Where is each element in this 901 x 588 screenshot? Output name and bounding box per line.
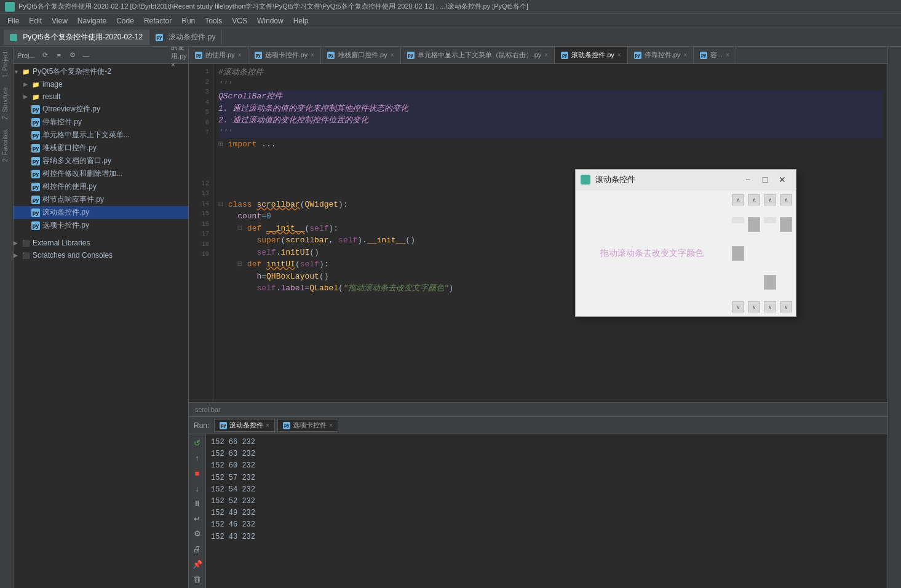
- scroll-up-1[interactable]: ∧: [732, 194, 744, 205]
- float-close-btn[interactable]: ✕: [774, 173, 791, 186]
- tab-usage-close[interactable]: ×: [238, 52, 242, 58]
- strip-favorites[interactable]: 2: Favorites: [0, 125, 13, 167]
- tree-item-dock[interactable]: py 停靠控件.py: [14, 116, 188, 129]
- toolbar-hide[interactable]: —: [81, 50, 92, 61]
- tree-item-qtreeview[interactable]: py Qtreeview控件.py: [14, 103, 188, 116]
- menu-edit[interactable]: Edit: [24, 15, 47, 26]
- toolbar-collapse[interactable]: ≡: [54, 50, 65, 61]
- tab-tabwidget[interactable]: py 选项卡控件.py ×: [248, 47, 322, 63]
- scroll-up-4[interactable]: ∧: [780, 194, 792, 205]
- menu-view[interactable]: View: [47, 15, 73, 26]
- tab-scrollbar-close[interactable]: ×: [617, 52, 621, 58]
- tree-item-tabwidget[interactable]: py 选项卡控件.py: [14, 219, 188, 232]
- scroll-thumb-3c[interactable]: [764, 275, 776, 290]
- run-pause-btn[interactable]: ⏸: [191, 497, 204, 510]
- tree-item-extlibs[interactable]: ▶ ⬛ External Libraries: [14, 237, 188, 249]
- stack-icon: py: [31, 143, 41, 153]
- strip-structure[interactable]: Z: Structure: [0, 82, 13, 124]
- run-tab-scrollbar-close[interactable]: ×: [266, 422, 269, 429]
- float-title: 滚动条控件: [595, 174, 739, 185]
- menu-run[interactable]: Run: [177, 15, 200, 26]
- tree-item-scratches[interactable]: ▶ ⬛ Scratches and Consoles: [14, 249, 188, 261]
- run-settings-btn[interactable]: ⚙: [191, 528, 204, 541]
- tab-cellmenu[interactable]: py 单元格中显示上下文菜单（鼠标右击）.py ×: [401, 47, 555, 63]
- tab-stackedwidget-close[interactable]: ×: [391, 52, 394, 58]
- tree-item-image[interactable]: ▶ 📁 image: [14, 78, 188, 90]
- tab-dock-close[interactable]: ×: [683, 52, 687, 58]
- menu-file[interactable]: File: [2, 15, 24, 26]
- scrollbar-label: 滚动条控件.py: [42, 207, 89, 218]
- run-tab-scrollbar[interactable]: py 滚动条控件 ×: [214, 419, 275, 432]
- scroll-down-1[interactable]: ∨: [732, 301, 744, 312]
- scroll-down-4[interactable]: ∨: [780, 301, 792, 312]
- run-wrap-btn[interactable]: ↵: [191, 512, 204, 525]
- tree-item-stack[interactable]: py 堆栈窗口控件.py: [14, 141, 188, 154]
- toolbar-sync[interactable]: ⟳: [40, 50, 51, 61]
- scroll-down-3[interactable]: ∨: [764, 301, 776, 312]
- line-numbers: 1 2 3 4 5 6 7 8 9 10 11 12 13 14 15 16 1: [189, 64, 213, 402]
- run-scroll-down-btn[interactable]: ↓: [191, 482, 204, 495]
- scroll-down-2[interactable]: ∨: [748, 301, 760, 312]
- menu-vcs[interactable]: VCS: [227, 15, 252, 26]
- run-trash-btn[interactable]: 🗑: [191, 573, 204, 586]
- scroll-thumb-4[interactable]: [780, 217, 792, 232]
- scroll-thumb-2[interactable]: [748, 217, 760, 232]
- run-rerun-btn[interactable]: ↺: [191, 437, 204, 450]
- scratches-label: Scratches and Consoles: [33, 251, 113, 260]
- run-tab-scrollbar-icon: py: [220, 422, 227, 429]
- tree-item-result[interactable]: ▶ 📁 result: [14, 90, 188, 103]
- run-tab-tabwidget[interactable]: py 选项卡控件 ×: [277, 419, 338, 432]
- run-print-btn[interactable]: 🖨: [191, 542, 204, 555]
- menu-window[interactable]: Window: [252, 15, 288, 26]
- code-line-6: ''': [218, 127, 883, 139]
- tree-item-mdi[interactable]: py 容纳多文档的窗口.py: [14, 154, 188, 167]
- scroll-up-3[interactable]: ∧: [764, 194, 776, 205]
- scroll-thumbs-row1: [732, 217, 792, 232]
- run-scroll-up-btn[interactable]: ↑: [191, 452, 204, 465]
- tab-stackedwidget-label: 堆栈窗口控件.py: [338, 50, 387, 60]
- run-tab-tabwidget-close[interactable]: ×: [329, 422, 333, 429]
- menu-refactor[interactable]: Refactor: [139, 15, 177, 26]
- float-minimize-btn[interactable]: −: [739, 173, 756, 186]
- toolbar-expand[interactable]: 的使用.py ×: [173, 50, 185, 61]
- code-line-1: #滚动条控件: [218, 66, 883, 79]
- toolbar-settings[interactable]: ⚙: [67, 50, 78, 61]
- scroll-thumb-1b[interactable]: [732, 246, 744, 261]
- tab-cellmenu-close[interactable]: ×: [544, 52, 548, 58]
- left-panel-strip: 1: Project Z: Structure 2: Favorites: [0, 47, 14, 588]
- tab-scrollbar-icon: py: [561, 52, 568, 59]
- tab-usage[interactable]: py 的使用.py ×: [189, 47, 248, 63]
- output-line-2: 152 63 232: [211, 448, 883, 460]
- tree-root[interactable]: ▼ 📁 PyQt5各个复杂控件使-2: [14, 65, 188, 78]
- menu-code[interactable]: Code: [111, 15, 139, 26]
- tree-item-treeuse[interactable]: py 树控件的使用.py: [14, 180, 188, 193]
- run-pin-btn[interactable]: 📌: [191, 558, 204, 571]
- root-folder-icon: 📁: [21, 67, 31, 77]
- floating-window[interactable]: 滚动条控件 − □ ✕ 拖动滚动条去改变文字颜色 ∧ ∧ ∧ ∧: [575, 169, 796, 317]
- tab-tabwidget-close[interactable]: ×: [311, 52, 314, 58]
- title-text: PyQt5各个复杂控件使用-2020-02-12 [D:\Byrbt2018\R…: [18, 2, 528, 11]
- project-tab-main[interactable]: PyQt5各个复杂控件使用-2020-02-12: [4, 30, 149, 45]
- float-maximize-btn[interactable]: □: [756, 173, 774, 186]
- run-stop-btn[interactable]: ■: [191, 467, 204, 480]
- menu-help[interactable]: Help: [288, 15, 314, 26]
- float-scrollbars: ∧ ∧ ∧ ∧: [728, 189, 796, 317]
- tab-stackedwidget[interactable]: py 堆栈窗口控件.py ×: [321, 47, 401, 63]
- menu-tools[interactable]: Tools: [200, 15, 227, 26]
- result-label: result: [42, 92, 60, 101]
- scroll-up-2[interactable]: ∧: [748, 194, 760, 205]
- tree-item-treeedit[interactable]: py 树控件修改和删除增加...: [14, 167, 188, 180]
- tree-item-cellmenu[interactable]: py 单元格中显示上下文菜单...: [14, 129, 188, 141]
- tab-scrollbar[interactable]: py 滚动条控件.py ×: [555, 47, 628, 63]
- project-tab-file[interactable]: py 滚动条控件.py: [149, 30, 222, 45]
- menu-navigate[interactable]: Navigate: [73, 15, 111, 26]
- tree-item-scrollbar[interactable]: py 滚动条控件.py: [14, 206, 188, 219]
- tab-mdi-close[interactable]: ×: [726, 52, 729, 58]
- mdi-label: 容纳多文档的窗口.py: [42, 156, 111, 166]
- float-app-icon: [581, 175, 590, 185]
- tab-mdi[interactable]: py 容... ×: [694, 47, 736, 63]
- tab-dock[interactable]: py 停靠控件.py ×: [628, 47, 694, 63]
- scroll-arrows-top: ∧ ∧ ∧ ∧: [732, 194, 792, 205]
- tree-item-treenode[interactable]: py 树节点响应事件.py: [14, 193, 188, 206]
- strip-project[interactable]: 1: Project: [0, 47, 13, 82]
